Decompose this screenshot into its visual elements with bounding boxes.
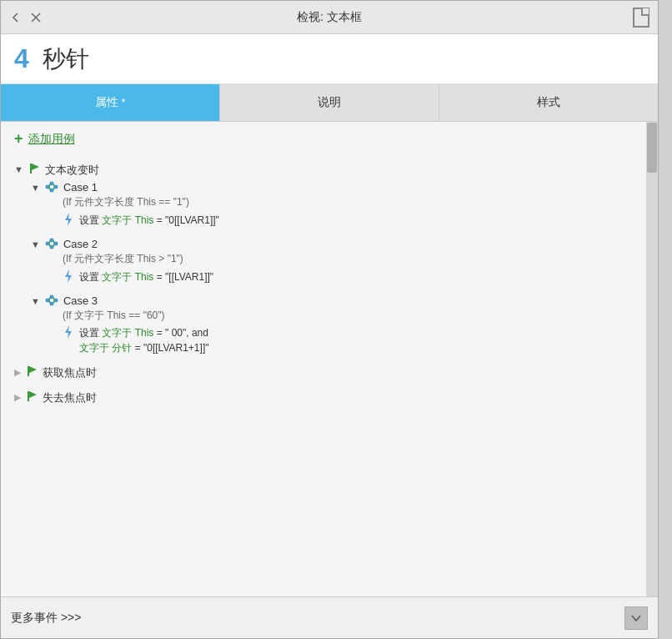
svg-rect-24 [50,302,53,305]
page-header: 4 秒针 [1,34,658,84]
svg-rect-31 [28,366,29,376]
add-usecase-button[interactable]: + 添加用例 [14,130,644,148]
svg-rect-14 [50,239,53,242]
svg-line-27 [49,300,50,304]
case-1-condition: (If 元件文字长度 This == "1") [63,195,644,209]
svg-marker-34 [29,391,37,398]
chevron-down-icon [631,615,641,621]
event-flag-icon-focus [26,365,38,377]
svg-line-8 [49,184,50,187]
titlebar-title: 检视: 文本框 [43,10,616,25]
bottom-bar: 更多事件 >>> [1,596,658,638]
svg-rect-15 [50,245,53,249]
titlebar-controls [9,11,43,24]
case-2-action: 设置 文字于 This = "[[LVAR1]]" [79,269,213,284]
content-area[interactable]: + 添加用例 ▼ 文本改变时 ▼ [1,122,658,596]
close-button[interactable] [29,11,43,24]
case-3-action-row: 设置 文字于 This = " 00", and 文字于 分针 = "0[[LV… [63,325,644,355]
event-blur-label: 失去焦点时 [43,390,97,405]
add-usecase-label: 添加用例 [28,132,75,147]
page-number: 4 [14,43,29,74]
tab-description[interactable]: 说明 [220,84,439,121]
case-1-title: Case 1 [63,181,98,194]
svg-marker-30 [65,325,72,339]
case-1-row[interactable]: ▼ Case 1 [31,179,644,195]
lightning-icon-case3 [63,325,74,339]
case-icon-1 [45,181,58,193]
minimize-button[interactable] [9,11,23,24]
case-icon-2 [45,238,58,249]
svg-marker-12 [65,213,72,226]
svg-marker-21 [65,269,72,283]
document-icon[interactable] [633,8,649,28]
case-2-row[interactable]: ▼ Case 2 [31,236,644,252]
svg-rect-2 [30,164,32,174]
expand-arrow-text-change[interactable]: ▼ [14,164,23,174]
expand-arrow-case3[interactable]: ▼ [31,296,40,306]
expand-arrow-blur[interactable]: ▶ [14,392,21,403]
svg-line-10 [53,184,54,187]
case-3-title: Case 3 [63,294,98,307]
svg-rect-7 [54,185,58,189]
event-flag-icon-blur [26,390,38,402]
svg-line-18 [49,244,50,247]
scrollbar-thumb[interactable] [647,123,657,173]
case-1-action-row: 设置 文字于 This = "0[[LVAR1]]" [63,213,644,228]
case-2-condition: (If 元件文字长度 This > "1") [63,252,644,266]
svg-marker-32 [29,366,37,373]
case-3-action: 设置 文字于 This = " 00", and 文字于 分针 = "0[[LV… [79,325,208,355]
case-3-condition: (If 文字于 This == "60") [63,309,644,323]
case-3-row[interactable]: ▼ Case 3 [31,293,644,309]
svg-line-20 [53,244,54,247]
more-events-label: 更多事件 >>> [11,611,624,626]
svg-rect-4 [46,185,49,189]
svg-line-28 [53,297,54,300]
more-events-dropdown[interactable] [624,606,648,630]
svg-line-19 [53,240,54,244]
svg-rect-16 [54,242,58,245]
lightning-icon-case1 [63,213,74,226]
tab-properties[interactable]: 属性 * [1,84,220,121]
svg-line-9 [49,187,50,190]
expand-arrow-case2[interactable]: ▼ [31,239,40,249]
titlebar: 检视: 文本框 [1,1,658,34]
lightning-icon-case2 [63,269,74,283]
event-focus-row[interactable]: ▶ 获取焦点时 [14,364,644,382]
case-2-block: ▼ Case 2 (If 元件文字长度 This > "1") [31,236,644,284]
case-2-title: Case 2 [63,238,98,250]
case-2-action-row: 设置 文字于 This = "[[LVAR1]]" [63,269,644,284]
event-blur: ▶ 失去焦点时 [14,389,644,407]
titlebar-right [616,8,649,28]
svg-rect-33 [28,391,29,401]
page-title: 秒针 [43,43,89,75]
case-icon-3 [45,294,58,306]
add-icon: + [14,130,23,148]
event-text-change-row[interactable]: ▼ 文本改变时 [14,161,644,179]
svg-rect-5 [50,182,53,185]
expand-arrow-focus[interactable]: ▶ [14,367,21,378]
svg-line-26 [49,297,50,300]
tabs-bar: 属性 * 说明 样式 [1,84,658,122]
case-1-action: 设置 文字于 This = "0[[LVAR1]]" [79,213,219,228]
svg-rect-23 [50,295,53,299]
svg-line-11 [53,187,54,190]
svg-rect-22 [46,299,49,302]
svg-line-29 [53,300,54,304]
svg-rect-13 [46,242,49,245]
svg-line-17 [49,240,50,244]
event-focus-label: 获取焦点时 [43,365,97,380]
event-flag-icon-text-change [28,163,40,174]
case-1-block: ▼ Case 1 (If 元件文字长度 This [31,179,644,228]
tab-style[interactable]: 样式 [439,84,658,121]
event-blur-row[interactable]: ▶ 失去焦点时 [14,389,644,407]
expand-arrow-case1[interactable]: ▼ [31,183,40,193]
event-text-change: ▼ 文本改变时 ▼ [14,161,644,355]
svg-rect-6 [50,189,53,192]
main-window: 检视: 文本框 4 秒针 属性 * 说明 样式 + 添加用例 ▼ [0,0,659,639]
case-3-block: ▼ Case 3 (If 文字于 This == "60") [31,293,644,356]
event-focus: ▶ 获取焦点时 [14,364,644,382]
svg-marker-3 [32,164,39,170]
event-text-change-label: 文本改变时 [45,163,99,178]
scrollbar[interactable] [646,122,658,596]
svg-rect-25 [54,299,58,302]
